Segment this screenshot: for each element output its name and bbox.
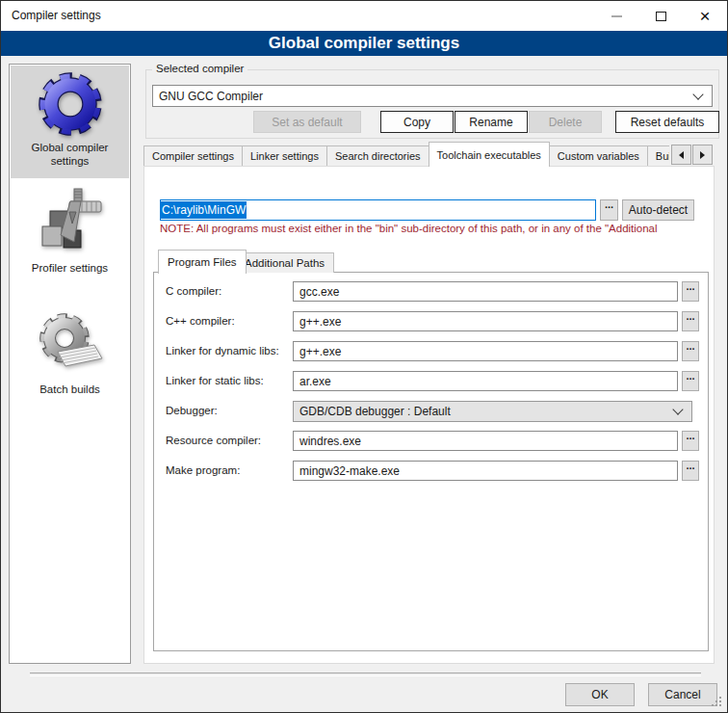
- static-linker-label: Linker for static libs:: [166, 371, 293, 391]
- install-dir-browse-button[interactable]: ...: [600, 199, 618, 221]
- static-linker-browse-button[interactable]: ...: [682, 371, 699, 391]
- tab-custom-variables[interactable]: Custom variables: [549, 145, 648, 166]
- dynamic-linker-input[interactable]: [293, 341, 678, 361]
- tab-scroll-left-button[interactable]: [671, 145, 691, 165]
- minimize-button[interactable]: [594, 1, 638, 31]
- cancel-button[interactable]: Cancel: [648, 683, 717, 706]
- auto-detect-button[interactable]: Auto-detect: [622, 199, 694, 221]
- selected-compiler-value: GNU GCC Compiler: [153, 90, 694, 103]
- settings-category-list: Global compiler settings Profiler settin…: [9, 64, 131, 664]
- delete-button[interactable]: Delete: [529, 111, 602, 133]
- resource-compiler-label: Resource compiler:: [166, 431, 293, 451]
- minimize-icon: [611, 15, 622, 17]
- debugger-combobox[interactable]: GDB/CDB debugger : Default: [293, 401, 692, 422]
- dialog-header: Global compiler settings: [1, 31, 727, 56]
- install-dir-note: NOTE: All programs must exist either in …: [160, 223, 702, 234]
- sidebar-item-label: Batch builds: [11, 383, 129, 396]
- debugger-value: GDB/CDB debugger : Default: [294, 405, 674, 418]
- dropdown-chevron-icon: [692, 89, 703, 99]
- gear-gray-stack-icon: [35, 307, 106, 381]
- debugger-label: Debugger:: [166, 401, 293, 421]
- cpp-compiler-label: C++ compiler:: [166, 311, 293, 331]
- dynamic-linker-label: Linker for dynamic libs:: [166, 341, 293, 361]
- close-icon: ×: [699, 7, 710, 25]
- tab-scroll-right-button[interactable]: [692, 145, 713, 165]
- maximize-icon: [656, 12, 666, 21]
- compiler-tabs: Compiler settings Linker settings Search…: [143, 142, 669, 167]
- install-dir-input[interactable]: C:\raylib\MinGW: [160, 199, 596, 221]
- static-linker-input[interactable]: [293, 371, 678, 391]
- sidebar-item-profiler-settings[interactable]: Profiler settings: [11, 182, 129, 290]
- resource-compiler-browse-button[interactable]: ...: [682, 431, 699, 451]
- ok-button[interactable]: OK: [565, 683, 635, 706]
- cpp-compiler-input[interactable]: [293, 311, 678, 331]
- sidebar-item-global-compiler-settings[interactable]: Global compiler settings: [11, 66, 129, 178]
- tab-toolchain-executables[interactable]: Toolchain executables: [429, 142, 550, 167]
- tab-scroll-left-icon: [679, 151, 684, 159]
- tab-compiler-settings[interactable]: Compiler settings: [143, 145, 243, 166]
- tab-search-directories[interactable]: Search directories: [326, 145, 429, 166]
- c-compiler-label: C compiler:: [166, 281, 293, 302]
- resize-grip-dots: [719, 697, 721, 699]
- rename-button[interactable]: Rename: [455, 111, 528, 133]
- tab-scroll-right-icon: [700, 151, 705, 159]
- resize-grip[interactable]: [712, 697, 723, 708]
- c-compiler-browse-button[interactable]: ...: [682, 281, 699, 302]
- compiler-settings-window: Compiler settings × Global compiler sett…: [0, 0, 728, 713]
- reset-defaults-button[interactable]: Reset defaults: [615, 111, 719, 133]
- program-files-panel: C compiler: ... C++ compiler: ... Linker…: [153, 272, 709, 651]
- dynamic-linker-browse-button[interactable]: ...: [682, 341, 699, 361]
- gear-blue-icon: [36, 69, 105, 139]
- subtab-additional-paths[interactable]: Additional Paths: [235, 252, 334, 273]
- install-dir-selected-text: C:\raylib\MinGW: [161, 201, 247, 219]
- make-program-input[interactable]: [293, 461, 678, 481]
- subtab-program-files[interactable]: Program Files: [158, 250, 247, 274]
- footer-divider: [30, 673, 701, 676]
- tab-build-options[interactable]: Build options: [647, 145, 669, 166]
- titlebar: Compiler settings ×: [1, 1, 727, 31]
- dialog-header-title: Global compiler settings: [269, 34, 459, 53]
- sidebar-item-batch-builds[interactable]: Batch builds: [11, 304, 129, 411]
- cpp-compiler-browse-button[interactable]: ...: [682, 311, 699, 331]
- caliper-icon: [35, 186, 106, 259]
- window-title: Compiler settings: [12, 9, 101, 22]
- c-compiler-input[interactable]: [293, 281, 678, 302]
- dropdown-chevron-icon: [672, 404, 683, 414]
- sidebar-item-label: Profiler settings: [11, 261, 129, 275]
- close-button[interactable]: ×: [683, 1, 727, 31]
- window-controls: ×: [594, 1, 727, 31]
- copy-button[interactable]: Copy: [380, 111, 454, 133]
- selected-compiler-group-label: Selected compiler: [152, 63, 247, 74]
- sidebar-item-label: Global compiler settings: [11, 141, 129, 168]
- resource-compiler-input[interactable]: [293, 431, 678, 451]
- make-program-browse-button[interactable]: ...: [682, 461, 699, 481]
- set-as-default-button[interactable]: Set as default: [253, 111, 361, 133]
- selected-compiler-combobox[interactable]: GNU GCC Compiler: [152, 85, 713, 107]
- maximize-button[interactable]: [638, 1, 683, 31]
- tab-linker-settings[interactable]: Linker settings: [242, 145, 327, 166]
- make-program-label: Make program:: [166, 461, 293, 481]
